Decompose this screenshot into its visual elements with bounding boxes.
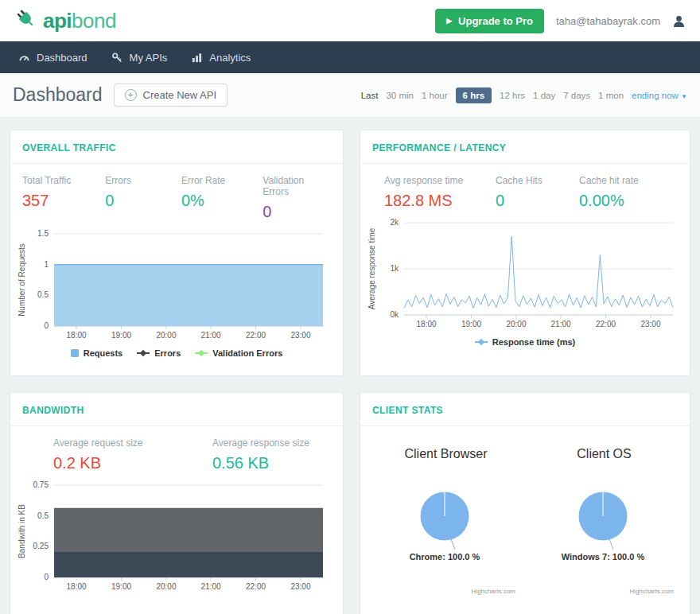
stat-value: 357 xyxy=(22,192,105,210)
stat-value: 0.00% xyxy=(579,192,639,210)
user-icon[interactable] xyxy=(672,14,686,28)
legend-label: Errors xyxy=(154,348,181,358)
dashboard-gauge-icon xyxy=(18,52,30,64)
client-stats-card: CLIENT STATS Client Browser Chrome: 100.… xyxy=(360,392,690,614)
svg-text:19:00: 19:00 xyxy=(111,331,131,340)
svg-text:Bandwith in KB: Bandwith in KB xyxy=(18,504,26,558)
play-icon: ▶ xyxy=(446,17,452,25)
svg-text:0k: 0k xyxy=(390,310,399,319)
stat-avg-response-size: Average response size 0.56 KB xyxy=(212,437,309,472)
latency-chart-legend: Response time (ms) xyxy=(360,337,690,347)
plus-icon: + xyxy=(125,89,137,101)
legend-item-validation-errors[interactable]: Validation Errors xyxy=(195,348,282,358)
nav-item-dashboard[interactable]: Dashboard xyxy=(6,41,99,73)
svg-text:23:00: 23:00 xyxy=(290,331,310,340)
upgrade-to-pro-button[interactable]: ▶ Upgrade to Pro xyxy=(435,9,544,33)
latency-chart: 0k1k2k18:0019:0020:0021:0022:0023:00Aver… xyxy=(366,216,684,337)
legend-marker-square xyxy=(71,349,79,357)
svg-text:19:00: 19:00 xyxy=(111,582,131,591)
traffic-chart: 00.511.518:0019:0020:0021:0022:0023:00Nu… xyxy=(16,227,337,348)
range-option-1hour[interactable]: 1 hour xyxy=(422,91,448,100)
stat-value: 0.56 KB xyxy=(212,454,309,472)
svg-text:Highcharts.com: Highcharts.com xyxy=(471,588,515,595)
range-option-1mon[interactable]: 1 mon xyxy=(598,91,624,100)
stat-validation-errors: Validation Errors 0 xyxy=(262,175,331,221)
range-option-12hrs[interactable]: 12 hrs xyxy=(500,91,525,100)
top-header: apibond ▶ Upgrade to Pro taha@tahabayrak… xyxy=(0,0,700,41)
svg-text:2k: 2k xyxy=(390,218,399,227)
svg-text:20:00: 20:00 xyxy=(156,331,176,340)
stat-value: 0% xyxy=(181,192,262,210)
stat-label: Error Rate xyxy=(181,175,262,186)
svg-text:22:00: 22:00 xyxy=(596,320,616,328)
ending-now-dropdown[interactable]: ending now ▼ xyxy=(632,91,687,100)
svg-text:Highcharts.com: Highcharts.com xyxy=(629,588,674,595)
legend-item-response-time[interactable]: Response time (ms) xyxy=(475,337,576,347)
stat-avg-response-time: Avg response time 182.8 MS xyxy=(384,175,496,210)
performance-stats: Avg response time 182.8 MS Cache Hits 0 … xyxy=(360,164,690,210)
svg-text:18:00: 18:00 xyxy=(417,320,437,328)
account-email-link[interactable]: taha@tahabayrak.com xyxy=(556,15,660,27)
svg-text:18:00: 18:00 xyxy=(67,582,87,591)
card-title-client-stats: CLIENT STATS xyxy=(360,393,690,426)
stat-cache-hits: Cache Hits 0 xyxy=(496,175,579,210)
svg-text:0: 0 xyxy=(44,573,49,581)
nav-item-my-apis[interactable]: My APIs xyxy=(99,41,180,73)
stat-label: Average response size xyxy=(212,437,309,449)
main-nav: Dashboard My APIs Analytics xyxy=(0,41,700,73)
svg-text:23:00: 23:00 xyxy=(640,320,660,328)
stat-value: 0.2 KB xyxy=(53,454,212,472)
card-title-overall-traffic: OVERALL TRAFFIC xyxy=(10,130,343,164)
ending-now-label: ending now xyxy=(632,91,679,100)
stat-total-traffic: Total Traffic 357 xyxy=(22,175,105,221)
svg-text:0.5: 0.5 xyxy=(37,290,49,299)
pie-chart-title: Client Browser xyxy=(371,447,522,461)
svg-text:0: 0 xyxy=(44,321,49,330)
legend-label: Validation Errors xyxy=(212,348,282,358)
stat-value: 0 xyxy=(262,203,331,221)
logo[interactable]: apibond xyxy=(14,7,116,34)
card-title-bandwidth: BANDWIDTH xyxy=(10,393,343,426)
create-new-api-button[interactable]: + Create New API xyxy=(114,84,228,107)
range-option-7days[interactable]: 7 days xyxy=(563,91,590,100)
svg-text:Number of Requests: Number of Requests xyxy=(18,243,26,317)
nav-label: Analytics xyxy=(209,52,251,64)
legend-label: Response time (ms) xyxy=(492,337,576,347)
svg-text:0.25: 0.25 xyxy=(33,542,49,550)
svg-text:20:00: 20:00 xyxy=(506,320,526,328)
svg-text:18:00: 18:00 xyxy=(67,331,87,340)
stat-cache-hit-rate: Cache hit rate 0.00% xyxy=(579,175,639,210)
pie-chart: Client OS Windows 7: 100.0 % Highcharts.… xyxy=(529,447,680,600)
stat-label: Total Traffic xyxy=(22,175,105,186)
svg-text:1k: 1k xyxy=(390,264,399,273)
traffic-stats: Total Traffic 357 Errors 0 Error Rate 0%… xyxy=(10,164,343,221)
svg-text:0.5: 0.5 xyxy=(37,511,49,520)
nav-label: My APIs xyxy=(130,52,168,64)
range-option-1day[interactable]: 1 day xyxy=(533,91,555,100)
legend-item-requests[interactable]: Requests xyxy=(71,348,123,358)
logo-text-bond: bond xyxy=(72,9,116,33)
svg-text:1.5: 1.5 xyxy=(37,229,49,238)
stat-label: Average request size xyxy=(53,437,212,449)
pie-chart-title: Client OS xyxy=(529,447,680,461)
svg-text:21:00: 21:00 xyxy=(201,582,221,591)
svg-text:21:00: 21:00 xyxy=(551,320,571,328)
svg-text:Average response time: Average response time xyxy=(368,227,376,309)
legend-item-errors[interactable]: Errors xyxy=(137,348,181,358)
legend-marker-line xyxy=(195,350,208,356)
svg-text:Chrome: 100.0 %: Chrome: 100.0 % xyxy=(409,552,480,562)
stat-label: Validation Errors xyxy=(262,175,331,197)
stat-value: 182.8 MS xyxy=(384,192,496,210)
logo-text-api: api xyxy=(43,9,72,33)
svg-text:19:00: 19:00 xyxy=(461,320,481,328)
svg-text:0.75: 0.75 xyxy=(33,480,49,489)
range-option-6hrs-selected[interactable]: 6 hrs xyxy=(456,87,492,103)
range-option-30min[interactable]: 30 min xyxy=(386,91,414,100)
stat-value: 0 xyxy=(105,192,181,210)
bandwidth-card: BANDWIDTH Average request size 0.2 KB Av… xyxy=(10,392,344,614)
stat-label: Cache Hits xyxy=(496,175,579,186)
upgrade-label: Upgrade to Pro xyxy=(458,15,533,27)
nav-item-analytics[interactable]: Analytics xyxy=(179,41,262,73)
svg-text:Windows 7: 100.0 %: Windows 7: 100.0 % xyxy=(561,552,644,562)
pie-chart: Client Browser Chrome: 100.0 % Highchart… xyxy=(371,447,522,600)
